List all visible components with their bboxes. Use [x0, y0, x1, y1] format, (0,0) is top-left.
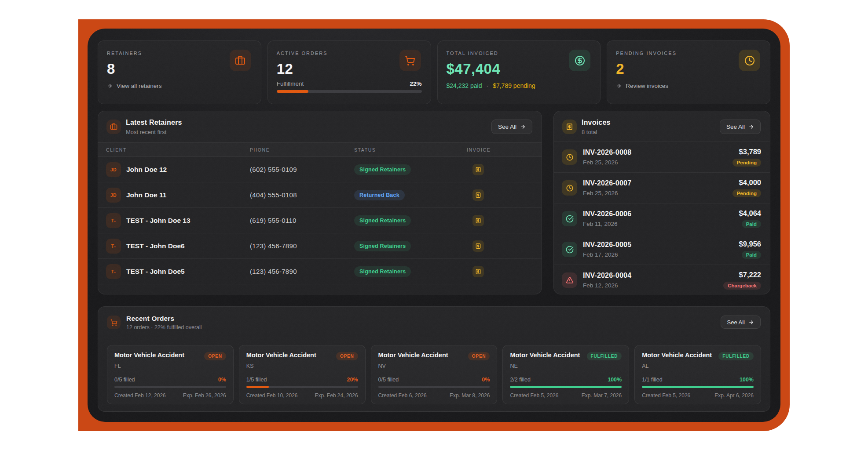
invoice-item[interactable]: INV-2026-0004 Feb 12, 2026 $7,222 Charge… [554, 265, 770, 294]
order-state: NV [378, 363, 490, 369]
order-card[interactable]: Motor Vehicle Accident FULFILLED NE 2/2 … [502, 345, 629, 404]
invoice-number: INV-2026-0005 [583, 241, 631, 249]
invoice-receipt-icon[interactable] [472, 240, 484, 252]
stat-card-pending-invoices: PENDING INVOICES 2 Review invoices [607, 40, 770, 104]
review-invoices-link[interactable]: Review invoices [616, 83, 761, 89]
order-progressbar [510, 386, 622, 388]
invoice-date: Feb 25, 2026 [583, 190, 618, 196]
see-all-orders-button[interactable]: See All [721, 316, 761, 329]
see-all-invoices-button[interactable]: See All [720, 120, 761, 134]
panel-title: Latest Retainers [126, 119, 182, 127]
invoice-amount: $7,222 [739, 271, 761, 279]
briefcase-icon [230, 50, 251, 71]
status-badge: Returned Back [354, 190, 405, 200]
invoice-amount: $4,064 [739, 209, 761, 218]
invoice-receipt-icon[interactable] [472, 189, 484, 201]
panel-title: Invoices [582, 119, 611, 127]
order-status-badge: FULFILLED [718, 352, 754, 360]
avatar: T- [106, 264, 121, 279]
check-icon [562, 211, 577, 226]
see-all-retainers-button[interactable]: See All [491, 120, 532, 134]
order-filled: 0/5 filled [114, 377, 135, 383]
column-phone: PHONE [250, 147, 354, 152]
invoice-date: Feb 11, 2026 [583, 221, 618, 227]
order-percent: 100% [608, 377, 622, 383]
invoice-receipt-icon[interactable] [472, 215, 484, 226]
stat-card-retainers: RETAINERS 8 View all retainers [98, 40, 261, 104]
check-icon [562, 242, 577, 257]
invoice-status-badge: Paid [742, 251, 761, 259]
order-progressbar [114, 386, 226, 388]
panel-title: Recent Orders [126, 315, 174, 323]
retainer-row[interactable]: T- TEST - John Doe5 (123) 456-7890 Signe… [98, 259, 542, 284]
order-cards: Motor Vehicle Accident OPEN FL 0/5 fille… [107, 345, 761, 404]
order-expires: Exp. Apr 6, 2026 [714, 392, 754, 399]
arrow-right-icon [748, 124, 754, 130]
retainer-row[interactable]: T- TEST - John Doe 13 (619) 555-0110 Sig… [98, 208, 542, 233]
arrow-right-icon [520, 124, 526, 130]
paid-amount: $24,232 paid [447, 82, 482, 89]
stat-card-active-orders: ACTIVE ORDERS 12 Fulfillment 22% [267, 40, 431, 104]
column-invoice: INVOICE [467, 147, 542, 152]
client-phone: (619) 555-0110 [250, 217, 354, 224]
dashboard-app: RETAINERS 8 View all retainers ACTIVE OR… [88, 29, 780, 422]
order-created: Created Feb 6, 2026 [378, 392, 427, 399]
order-status-badge: OPEN [468, 352, 490, 360]
invoice-amount: $9,956 [739, 240, 761, 248]
avatar: T- [106, 239, 121, 254]
view-all-retainers-link[interactable]: View all retainers [107, 83, 252, 89]
table-body: JD John Doe 12 (602) 555-0109 Signed Ret… [98, 157, 542, 284]
invoice-status-badge: Paid [742, 220, 761, 228]
order-percent: 20% [347, 377, 358, 383]
invoice-item[interactable]: INV-2026-0006 Feb 11, 2026 $4,064 Paid [554, 203, 770, 234]
panel-subtitle: Most recent first [126, 129, 166, 135]
status-badge: Signed Retainers [354, 241, 411, 251]
invoice-item[interactable]: INV-2026-0005 Feb 17, 2026 $9,956 Paid [554, 234, 770, 265]
order-card[interactable]: Motor Vehicle Accident OPEN KS 1/5 fille… [239, 345, 366, 404]
panel-subtitle: 8 total [582, 129, 597, 135]
order-card[interactable]: Motor Vehicle Accident OPEN NV 0/5 fille… [371, 345, 498, 404]
invoice-status-badge: Chargeback [723, 282, 761, 290]
retainer-row[interactable]: JD John Doe 11 (404) 555-0108 Returned B… [98, 182, 542, 208]
fulfillment-percent: 22% [410, 80, 421, 87]
order-title: Motor Vehicle Accident [378, 352, 448, 359]
order-expires: Exp. Feb 24, 2026 [315, 392, 358, 399]
invoice-receipt-icon[interactable] [472, 266, 484, 277]
invoice-date: Feb 12, 2026 [583, 282, 618, 289]
order-card[interactable]: Motor Vehicle Accident FULFILLED AL 1/1 … [634, 345, 761, 404]
order-progressbar [378, 386, 490, 388]
clock-icon [739, 50, 760, 71]
invoice-receipt-icon[interactable] [472, 164, 484, 175]
order-progressbar [246, 386, 358, 388]
order-status-badge: OPEN [204, 352, 226, 360]
order-title: Motor Vehicle Accident [510, 352, 580, 359]
recent-orders-panel: Recent Orders 12 orders · 22% fulfilled … [98, 306, 770, 412]
fulfillment-label: Fulfillment [277, 80, 304, 87]
order-created: Created Feb 12, 2026 [114, 392, 166, 399]
order-filled: 1/5 filled [246, 377, 267, 383]
invoice-date: Feb 17, 2026 [583, 251, 618, 258]
invoice-list: INV-2026-0008 Feb 25, 2026 $3,789 Pendin… [554, 142, 770, 294]
order-percent: 0% [218, 377, 226, 383]
order-state: NE [510, 363, 622, 369]
status-badge: Signed Retainers [354, 164, 411, 175]
order-filled: 1/1 filled [642, 377, 663, 383]
dollar-icon [569, 50, 590, 71]
latest-retainers-panel: Latest Retainers Most recent first See A… [98, 111, 542, 294]
client-name: TEST - John Doe6 [126, 242, 185, 250]
order-card[interactable]: Motor Vehicle Accident OPEN FL 0/5 fille… [107, 345, 234, 404]
retainer-row[interactable]: T- TEST - John Doe6 (123) 456-7890 Signe… [98, 233, 542, 259]
order-state: KS [246, 363, 358, 369]
invoices-header: Invoices 8 total See All [554, 111, 770, 142]
client-phone: (602) 555-0109 [250, 166, 354, 173]
order-created: Created Feb 5, 2026 [642, 392, 690, 399]
middle-row: Latest Retainers Most recent first See A… [98, 111, 770, 294]
briefcase-icon [106, 120, 121, 134]
arrow-right-icon [107, 83, 113, 89]
avatar: JD [106, 162, 121, 177]
order-percent: 0% [482, 377, 490, 383]
invoice-item[interactable]: INV-2026-0008 Feb 25, 2026 $3,789 Pendin… [554, 142, 770, 173]
invoice-item[interactable]: INV-2026-0007 Feb 25, 2026 $4,000 Pendin… [554, 173, 770, 203]
panel-subtitle: 12 orders · 22% fulfilled overall [126, 324, 202, 330]
retainer-row[interactable]: JD John Doe 12 (602) 555-0109 Signed Ret… [98, 157, 542, 182]
